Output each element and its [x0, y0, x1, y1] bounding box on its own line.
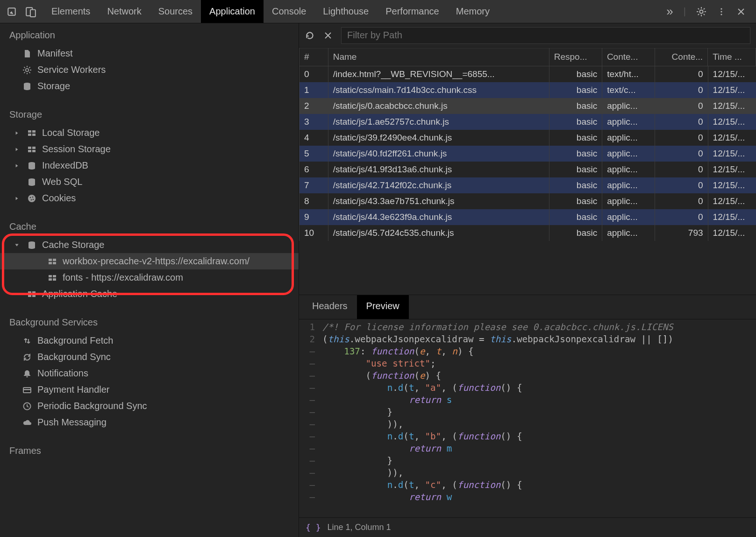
updown-icon [21, 336, 33, 346]
sidebar-item[interactable]: Storage [0, 78, 299, 94]
pretty-print-icon[interactable]: { } [306, 523, 321, 532]
sidebar-item[interactable]: IndexedDB [0, 157, 299, 174]
database-icon [21, 82, 33, 91]
table-row[interactable]: 1/static/css/main.7d14b3cc.chunk.cssbasi… [300, 82, 756, 98]
sidebar-item[interactable]: fonts - https://excalidraw.com [0, 269, 299, 286]
sidebar-item-label: Local Storage [42, 127, 100, 138]
caret-down-icon[interactable] [14, 242, 21, 248]
sidebar-item-label: Web SQL [42, 177, 82, 187]
sidebar-item[interactable]: Notifications [0, 365, 299, 382]
device-toggle-icon[interactable] [25, 6, 36, 17]
table-header[interactable]: Name [328, 48, 549, 66]
table-header[interactable]: Time ... [708, 48, 756, 66]
sidebar-item[interactable]: Application Cache [0, 286, 299, 302]
sidebar-item[interactable]: Background Sync [0, 349, 299, 365]
application-sidebar: Application ManifestService WorkersStora… [0, 23, 299, 537]
cloud-icon [21, 418, 33, 427]
cookie-icon [26, 194, 37, 203]
reload-icon[interactable] [305, 30, 315, 41]
devtools-tab-memory[interactable]: Memory [448, 0, 498, 23]
table-row[interactable]: 0/index.html?__WB_REVISION__=6855...basi… [300, 66, 756, 82]
table-row[interactable]: 7/static/js/42.7142f02c.chunk.jsbasicapp… [300, 177, 756, 193]
sidebar-item-label: Periodic Background Sync [37, 401, 147, 411]
devtools-tab-performance[interactable]: Performance [377, 0, 448, 23]
table-row[interactable]: 3/static/js/1.ae52757c.chunk.jsbasicappl… [300, 114, 756, 130]
filter-by-path-input[interactable] [341, 27, 750, 44]
grid-icon [26, 290, 37, 299]
sidebar-item[interactable]: Manifest [0, 45, 299, 62]
table-row[interactable]: 8/static/js/43.3ae7b751.chunk.jsbasicapp… [300, 193, 756, 209]
code-preview[interactable]: /*! For license information please see 0… [318, 319, 756, 517]
settings-gear-icon[interactable] [696, 7, 706, 17]
table-header[interactable]: Conte... [602, 48, 655, 66]
card-icon [21, 385, 33, 395]
sidebar-item[interactable]: Periodic Background Sync [0, 398, 299, 414]
section-heading-frames: Frames [0, 439, 299, 461]
section-heading-cache: Cache [0, 215, 299, 237]
database-icon [26, 161, 37, 170]
sidebar-item[interactable]: Web SQL [0, 174, 299, 190]
devtools-tab-console[interactable]: Console [264, 0, 314, 23]
sidebar-item[interactable]: Local Storage [0, 125, 299, 141]
detail-tab-headers[interactable]: Headers [303, 295, 357, 319]
detail-tab-preview[interactable]: Preview [357, 295, 409, 319]
sidebar-item-label: Background Fetch [37, 335, 113, 346]
close-devtools-icon[interactable] [736, 7, 746, 16]
section-heading-background: Background Services [0, 311, 299, 332]
sidebar-item-label: Session Storage [42, 144, 111, 155]
sidebar-item-label: Manifest [37, 48, 73, 59]
devtools-tab-lighthouse[interactable]: Lighthouse [314, 0, 377, 23]
table-header[interactable]: # [300, 48, 328, 66]
sidebar-item-label: Application Cache [42, 289, 117, 299]
cache-storage-detail-panel: #NameRespo...Conte...Conte...Time ... 0/… [299, 23, 756, 537]
sidebar-item[interactable]: Service Workers [0, 62, 299, 78]
status-bar: { } Line 1, Column 1 [299, 517, 756, 537]
devtools-tab-elements[interactable]: Elements [43, 0, 99, 23]
table-header[interactable]: Respo... [549, 48, 602, 66]
table-row[interactable]: 4/static/js/39.f2490ee4.chunk.jsbasicapp… [300, 130, 756, 146]
table-header[interactable]: Conte... [655, 48, 708, 66]
section-heading-application: Application [0, 23, 299, 45]
sidebar-item-label: Push Messaging [37, 417, 107, 428]
devtools-tab-network[interactable]: Network [99, 0, 150, 23]
grid-icon [47, 257, 58, 266]
caret-right-icon[interactable] [14, 130, 21, 136]
sidebar-item[interactable]: workbox-precache-v2-https://excalidraw.c… [0, 253, 299, 269]
sidebar-item[interactable]: Cache Storage [0, 237, 299, 253]
content-toolbar [299, 23, 756, 48]
response-detail-tabs: HeadersPreview [299, 295, 756, 319]
sidebar-item[interactable]: Push Messaging [0, 414, 299, 431]
bell-icon [21, 369, 33, 378]
sidebar-item[interactable]: Payment Handler [0, 382, 299, 398]
cursor-position: Line 1, Column 1 [328, 523, 391, 532]
table-row[interactable]: 9/static/js/44.3e623f9a.chunk.jsbasicapp… [300, 209, 756, 225]
caret-right-icon[interactable] [14, 196, 21, 201]
sidebar-item-label: fonts - https://excalidraw.com [63, 272, 183, 283]
sync-icon [21, 353, 33, 362]
sidebar-item-label: Cookies [42, 193, 76, 204]
section-heading-storage: Storage [0, 103, 299, 125]
grid-icon [47, 273, 58, 283]
cache-entries-table: #NameRespo...Conte...Conte...Time ... [299, 48, 756, 66]
inspect-icon[interactable] [7, 7, 17, 17]
sidebar-item[interactable]: Session Storage [0, 141, 299, 157]
caret-right-icon[interactable] [14, 163, 21, 169]
devtools-tab-application[interactable]: Application [201, 0, 264, 23]
sidebar-item-label: Storage [37, 81, 70, 92]
sidebar-item[interactable]: Cookies [0, 190, 299, 206]
sidebar-item-label: Payment Handler [37, 384, 110, 395]
table-row[interactable]: 10/static/js/45.7d24c535.chunk.jsbasicap… [300, 225, 756, 241]
devtools-toolbar: ElementsNetworkSourcesApplicationConsole… [0, 0, 756, 23]
devtools-tab-sources[interactable]: Sources [150, 0, 201, 23]
table-row[interactable]: 5/static/js/40.fd2ff261.chunk.jsbasicapp… [300, 146, 756, 162]
sidebar-item[interactable]: Background Fetch [0, 332, 299, 349]
table-row[interactable]: 2/static/js/0.acabcbcc.chunk.jsbasicappl… [300, 98, 756, 114]
more-tabs-icon[interactable]: » [666, 4, 673, 19]
menu-dots-icon[interactable] [717, 7, 726, 16]
caret-right-icon[interactable] [14, 147, 21, 152]
grid-icon [26, 145, 37, 154]
line-gutter: 12––––––––––––– [299, 319, 318, 517]
sidebar-item-label: IndexedDB [42, 160, 88, 171]
table-row[interactable]: 6/static/js/41.9f3d13a6.chunk.jsbasicapp… [300, 162, 756, 177]
clear-icon[interactable] [323, 31, 333, 40]
